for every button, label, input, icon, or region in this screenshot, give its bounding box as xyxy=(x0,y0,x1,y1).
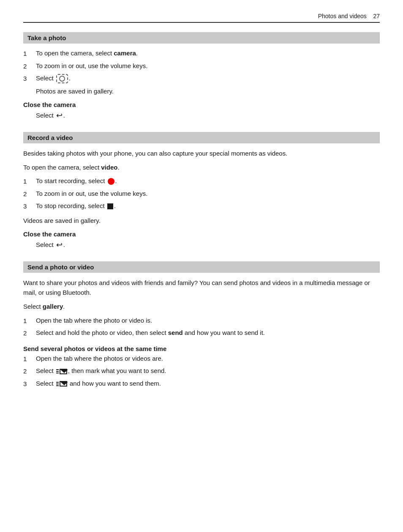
page: Photos and videos 27 Take a photo 1 To o… xyxy=(0,0,403,532)
record-start-icon xyxy=(108,178,114,185)
step-number: 2 xyxy=(23,189,36,199)
list-item: 1 To start recording, select . xyxy=(23,176,380,186)
section-header-send-photo: Send a photo or video xyxy=(23,261,380,273)
bold-text: video xyxy=(101,164,117,171)
close-camera-text-2: Select ↩. xyxy=(23,239,380,251)
step-number: 1 xyxy=(23,49,36,59)
header-section-title: Photos and videos xyxy=(318,13,367,19)
bold-text: gallery xyxy=(43,303,63,310)
step-number: 2 xyxy=(23,366,36,376)
send-photo-pre-step: Select gallery. xyxy=(23,302,380,311)
send-photo-intro: Want to share your photos and videos wit… xyxy=(23,278,380,298)
close-camera-text-1: Select ↩. xyxy=(23,110,380,122)
close-camera-title-1: Close the camera xyxy=(23,101,380,108)
list-item: 2 Select , then mark what you want to se… xyxy=(23,366,380,376)
record-video-pre-step: To open the camera, select video. xyxy=(23,162,380,172)
section-header-take-a-photo: Take a photo xyxy=(23,32,380,44)
send-several-steps: 1 Open the tab where the photos or video… xyxy=(23,354,380,389)
step-content: To start recording, select . xyxy=(36,176,380,186)
bold-text: send xyxy=(168,329,183,336)
list-item: 1 Open the tab where the photo or video … xyxy=(23,316,380,326)
step-number: 3 xyxy=(23,74,36,84)
step-number: 1 xyxy=(23,354,36,364)
step-number: 1 xyxy=(23,316,36,326)
section-take-a-photo: Take a photo 1 To open the camera, selec… xyxy=(23,32,380,122)
list-item: 2 To zoom in or out, use the volume keys… xyxy=(23,61,380,71)
list-item: 3 Select and how you want to send them. xyxy=(23,379,380,389)
record-stop-icon xyxy=(107,203,113,209)
list-item: 3 Select . xyxy=(23,74,380,84)
step-number: 2 xyxy=(23,61,36,71)
camera-icon xyxy=(56,74,68,83)
envelope-shape xyxy=(60,369,67,374)
step-number: 3 xyxy=(23,379,36,389)
list-item: 2 To zoom in or out, use the volume keys… xyxy=(23,189,380,199)
menu-envelope-icon xyxy=(56,369,67,374)
section-record-a-video: Record a video Besides taking photos wit… xyxy=(23,132,380,251)
bold-text: camera xyxy=(114,49,136,57)
page-number: 27 xyxy=(373,13,380,19)
step-content: Open the tab where the photos or videos … xyxy=(36,354,380,364)
step-number: 2 xyxy=(23,328,36,338)
back-arrow-icon-2: ↩ xyxy=(56,239,63,251)
menu-envelope-icon-2 xyxy=(56,381,67,387)
record-video-steps: 1 To start recording, select . 2 To zoom… xyxy=(23,176,380,211)
list-item: 3 To stop recording, select . xyxy=(23,201,380,211)
take-a-photo-steps: 1 To open the camera, select camera. 2 T… xyxy=(23,49,380,84)
back-arrow-icon: ↩ xyxy=(56,110,63,122)
close-camera-title-2: Close the camera xyxy=(23,230,380,238)
menu-lines-2 xyxy=(56,382,59,386)
step-number: 1 xyxy=(23,176,36,186)
step-content: Open the tab where the photo or video is… xyxy=(36,316,380,326)
step-content: To zoom in or out, use the volume keys. xyxy=(36,61,380,71)
step-content: To open the camera, select camera. xyxy=(36,49,380,59)
page-header: Photos and videos 27 xyxy=(23,13,380,23)
header-title: Photos and videos 27 xyxy=(318,13,380,19)
record-video-note: Videos are saved in gallery. xyxy=(23,216,380,225)
send-several-subsection: Send several photos or videos at the sam… xyxy=(23,345,380,389)
record-video-intro: Besides taking photos with your phone, y… xyxy=(23,148,380,158)
section-header-record-a-video: Record a video xyxy=(23,132,380,143)
step-number: 3 xyxy=(23,201,36,211)
list-item: 1 To open the camera, select camera. xyxy=(23,49,380,59)
send-photo-steps: 1 Open the tab where the photo or video … xyxy=(23,316,380,338)
list-item: 1 Open the tab where the photos or video… xyxy=(23,354,380,364)
section-send-photo-video: Send a photo or video Want to share your… xyxy=(23,261,380,389)
step-content: To zoom in or out, use the volume keys. xyxy=(36,189,380,199)
step-content: Select and how you want to send them. xyxy=(36,379,380,389)
send-several-title: Send several photos or videos at the sam… xyxy=(23,345,380,352)
take-a-photo-note: Photos are saved in gallery. xyxy=(23,86,380,96)
step-content: To stop recording, select . xyxy=(36,201,380,211)
list-item: 2 Select and hold the photo or video, th… xyxy=(23,328,380,338)
step-content: Select and hold the photo or video, then… xyxy=(36,328,380,338)
step-content: Select . xyxy=(36,74,380,84)
menu-lines xyxy=(56,369,59,373)
step-content: Select , then mark what you want to send… xyxy=(36,366,380,376)
envelope-shape-2 xyxy=(60,381,67,387)
